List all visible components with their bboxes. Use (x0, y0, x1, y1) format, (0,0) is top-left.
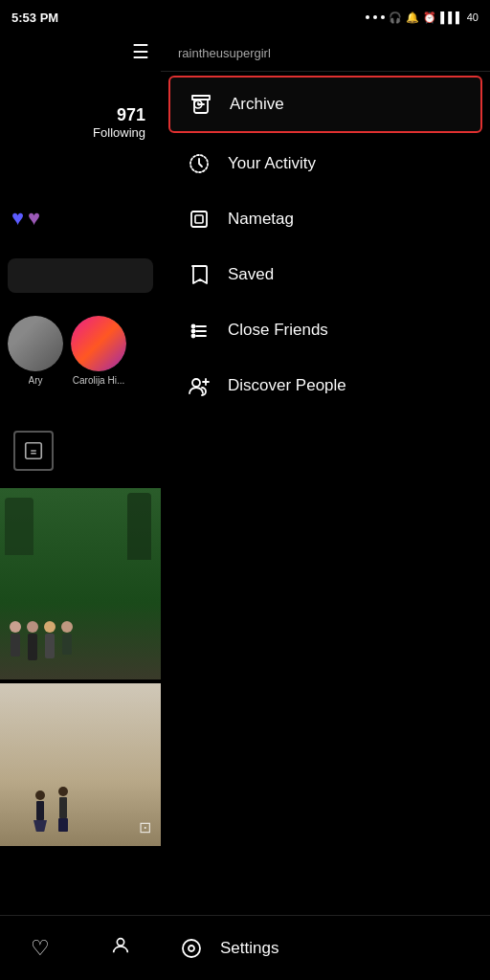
archive-label: Archive (230, 95, 284, 114)
story-name-ary: Ary (29, 375, 43, 386)
signal-dot1 (366, 15, 369, 19)
heart-blue-icon: ♥ (11, 206, 24, 231)
story-avatar-carolija (71, 316, 126, 371)
close-friends-icon (186, 317, 212, 344)
svg-point-13 (183, 940, 200, 957)
profile-icon[interactable] (110, 935, 131, 962)
heart-purple-icon: ♥ (28, 206, 40, 231)
status-bar: 5:53 PM 🎧 🔔 ⏰ ▌▌▌ 40 (0, 0, 490, 34)
svg-rect-4 (191, 212, 207, 227)
username-text: raintheusupergirl (178, 46, 271, 60)
svg-point-8 (192, 335, 195, 338)
signal-dot3 (381, 15, 385, 19)
menu-item-archive[interactable]: Archive (168, 76, 482, 133)
saved-label: Saved (228, 265, 274, 284)
archive-icon (188, 91, 214, 118)
following-count: 971 (117, 105, 145, 125)
profile-stats: 971 Following (0, 105, 161, 140)
alarm-icon: ⏰ (423, 11, 436, 24)
bottom-nav-left: ♡ (0, 915, 161, 980)
discover-label: Discover People (228, 376, 346, 395)
menu-item-activity[interactable]: Your Activity (168, 137, 482, 190)
left-panel: ☰ 971 Following ♥ ♥ Ary Carolija Hi... (0, 0, 161, 980)
story-name-carolija: Carolija Hi... (73, 375, 124, 386)
photo-item-1[interactable] (0, 488, 161, 679)
battery-icon: 40 (467, 11, 479, 23)
home-heart-icon[interactable]: ♡ (31, 936, 50, 961)
menu-item-close-friends[interactable]: Close Friends (168, 303, 482, 357)
svg-point-14 (189, 946, 194, 951)
bell-icon: 🔔 (406, 11, 419, 24)
discover-icon (186, 372, 212, 399)
story-item-carolija[interactable]: Carolija Hi... (71, 316, 126, 386)
nametag-label: Nametag (228, 210, 294, 229)
saved-icon (186, 261, 212, 288)
status-time: 5:53 PM (11, 11, 58, 25)
menu-list: Archive Your Activity Nametag (161, 76, 490, 412)
menu-item-nametag[interactable]: Nametag (168, 192, 482, 246)
svg-point-12 (192, 379, 200, 387)
menu-item-discover[interactable]: Discover People (168, 359, 482, 412)
story-item-ary[interactable]: Ary (8, 316, 63, 386)
right-panel: raintheusupergirl Archive (161, 0, 490, 980)
search-bar[interactable] (8, 258, 153, 293)
reel-icon: ⊡ (139, 818, 151, 836)
following-label: Following (93, 125, 145, 140)
nametag-icon (186, 206, 212, 233)
hearts-row: ♥ ♥ (11, 206, 40, 231)
svg-rect-5 (195, 215, 203, 223)
activity-label: Your Activity (228, 154, 316, 173)
photo-item-2[interactable]: ⊡ (0, 683, 161, 846)
status-icons: 🎧 🔔 ⏰ ▌▌▌ 40 (366, 11, 479, 24)
signal-dot2 (373, 15, 377, 19)
story-avatar-ary (8, 316, 63, 371)
headphone-icon: 🎧 (389, 11, 402, 24)
hamburger-button[interactable]: ☰ (132, 40, 149, 63)
svg-point-1 (117, 938, 123, 945)
svg-point-6 (192, 325, 195, 328)
stories-row: Ary Carolija Hi... (0, 316, 161, 386)
signal-icon: ▌▌▌ (440, 11, 462, 23)
menu-item-saved[interactable]: Saved (168, 248, 482, 301)
svg-point-7 (192, 330, 195, 333)
close-friends-label: Close Friends (228, 321, 328, 340)
settings-label: Settings (220, 939, 278, 958)
settings-area[interactable]: Settings (161, 915, 490, 980)
activity-icon (186, 150, 212, 177)
hamburger-icon: ☰ (132, 41, 149, 62)
photo-grid: ⊡ (0, 488, 161, 915)
settings-icon (178, 935, 205, 962)
username-header: raintheusupergirl (161, 34, 490, 72)
tagged-posts-icon[interactable] (13, 431, 54, 471)
